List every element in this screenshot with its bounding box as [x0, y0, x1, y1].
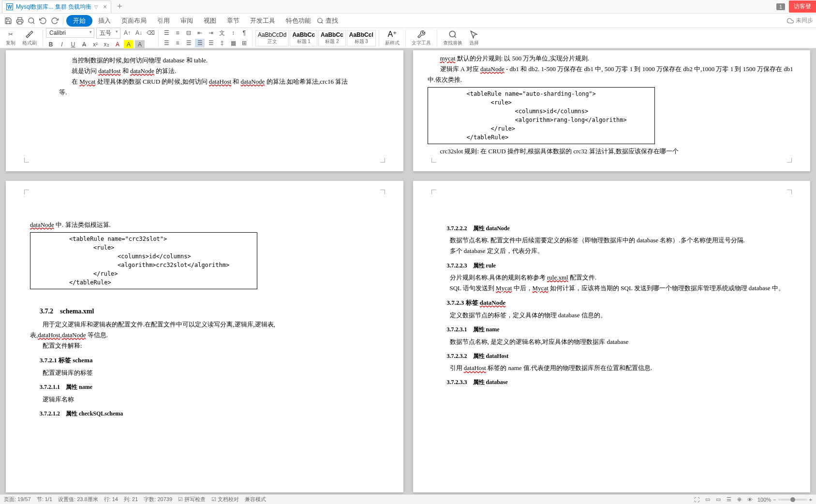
menu-insert[interactable]: 插入 [93, 15, 116, 27]
sync-label: 未同步 [796, 16, 813, 25]
svg-rect-0 [18, 21, 22, 24]
menu-dev-tools[interactable]: 开发工具 [245, 15, 280, 27]
ribbon: ✂ 复制 格式刷 Calibri 五号 A↑ A↓ ⌫ B I U A̶ x² … [0, 28, 816, 48]
doc-icon: W [6, 3, 13, 10]
menu-special[interactable]: 特色功能 [281, 15, 316, 27]
increase-indent-icon[interactable]: ⇥ [206, 29, 216, 37]
tab-close-icon[interactable]: × [103, 3, 107, 11]
menu-view[interactable]: 视图 [199, 15, 221, 27]
wrench-icon [417, 30, 426, 39]
magnifier-icon [448, 30, 457, 39]
distribute-icon[interactable]: ☰ [206, 39, 216, 47]
highlight-button[interactable]: A [124, 40, 134, 49]
sort-icon[interactable]: ↕ [228, 29, 238, 37]
paintbrush-icon [25, 30, 34, 39]
number-list-icon[interactable]: ≡ [173, 29, 182, 37]
new-style-icon: A⁺ [387, 30, 397, 39]
clipboard-group: ✂ 复制 [3, 29, 18, 48]
multilevel-list-icon[interactable]: ⊟ [184, 29, 193, 37]
align-center-icon[interactable]: ≡ [173, 39, 182, 47]
find-replace-button[interactable]: 查找替换 [440, 29, 465, 48]
print-icon[interactable] [15, 15, 25, 26]
decrease-indent-icon[interactable]: ⇤ [195, 29, 205, 37]
format-painter-group[interactable]: 格式刷 [19, 29, 40, 48]
redo-icon[interactable] [49, 15, 60, 26]
border-icon[interactable]: ⊞ [239, 39, 249, 47]
menu-start[interactable]: 开始 [66, 15, 92, 27]
italic-button[interactable]: I [57, 40, 67, 49]
clear-format-icon[interactable]: ⌫ [146, 29, 155, 37]
undo-icon[interactable] [38, 15, 48, 26]
bold-button[interactable]: B [46, 40, 56, 49]
cut-icon[interactable]: ✂ [6, 30, 15, 39]
titlebar: W Mysql数据库... 集群 负载均衡 ▽ × + 1 访客登 [0, 0, 816, 14]
new-tab-button[interactable]: + [117, 1, 122, 12]
text-direction-icon[interactable]: 文 [217, 29, 227, 37]
svg-point-1 [29, 18, 34, 23]
style-gallery[interactable]: AaBbCcDd 正文 AaBbCc 标题 1 AaBbCc 标题 2 AaBb… [255, 30, 376, 46]
char-shading-button[interactable]: A [135, 40, 145, 49]
strikethrough-button[interactable]: A̶ [79, 40, 89, 49]
line-spacing-icon[interactable]: ‡ [217, 39, 227, 47]
search-label: 查找 [326, 16, 338, 25]
sync-status[interactable]: 未同步 [787, 16, 813, 25]
menu-search[interactable]: 查找 [317, 16, 338, 25]
paragraph-mark-icon[interactable]: ¶ [239, 29, 249, 37]
bullet-list-icon[interactable]: ☰ [162, 29, 171, 37]
menu-page-layout[interactable]: 页面布局 [117, 15, 151, 27]
svg-line-6 [455, 36, 456, 37]
menubar: 开始 插入 页面布局 引用 审阅 视图 章节 开发工具 特色功能 查找 未同步 [0, 14, 816, 28]
menu-review[interactable]: 审阅 [176, 15, 198, 27]
print-preview-icon[interactable] [26, 15, 37, 26]
document-tab[interactable]: W Mysql数据库... 集群 负载均衡 ▽ × [2, 0, 111, 13]
underline-button[interactable]: U [68, 40, 78, 49]
increase-font-icon[interactable]: A↑ [122, 29, 132, 37]
text-tools-button[interactable]: 文字工具 [409, 29, 434, 48]
select-button[interactable]: 选择 [466, 29, 482, 48]
align-left-icon[interactable]: ☰ [162, 39, 171, 47]
font-name-select[interactable]: Calibri [46, 28, 94, 38]
align-right-icon[interactable]: ☰ [184, 39, 193, 47]
notification-badge[interactable]: 1 [776, 3, 785, 10]
svg-point-3 [318, 18, 322, 22]
style-h1[interactable]: AaBbCc 标题 1 [290, 30, 317, 46]
decrease-font-icon[interactable]: A↓ [134, 29, 144, 37]
subscript-button[interactable]: x₂ [102, 40, 111, 49]
svg-point-5 [449, 31, 455, 37]
new-style-button[interactable]: A⁺ 新样式 [382, 29, 402, 48]
svg-line-4 [322, 22, 323, 23]
style-h2[interactable]: AaBbCc 标题 2 [318, 30, 346, 46]
menu-reference[interactable]: 引用 [152, 15, 175, 27]
style-h3[interactable]: AaBbCcl 标题 3 [347, 30, 376, 46]
shading-icon[interactable]: ▦ [228, 39, 238, 47]
cursor-icon [470, 30, 478, 39]
tab-title: Mysql数据库... 集群 负载均衡 [16, 3, 91, 11]
search-icon [317, 17, 324, 24]
cloud-icon [787, 17, 794, 24]
font-color-button[interactable]: A [113, 40, 122, 49]
save-icon[interactable] [3, 15, 14, 26]
svg-line-2 [33, 22, 34, 24]
login-button[interactable]: 访客登 [789, 0, 816, 13]
format-painter-label: 格式刷 [22, 40, 37, 46]
copy-label: 复制 [6, 40, 15, 46]
style-body[interactable]: AaBbCcDd 正文 [255, 30, 289, 46]
menu-chapter[interactable]: 章节 [222, 15, 244, 27]
tab-dropdown-icon[interactable]: ▽ [94, 4, 98, 10]
align-justify-icon[interactable]: ☰ [195, 39, 205, 47]
superscript-button[interactable]: x² [90, 40, 100, 49]
font-size-select[interactable]: 五号 [96, 28, 120, 39]
